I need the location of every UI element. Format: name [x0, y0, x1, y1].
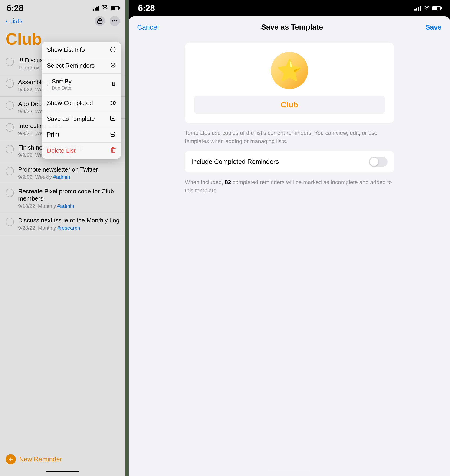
right-panel: 6:28 .right-panel .battery-icon::after {…: [129, 0, 450, 476]
include-completed-toggle[interactable]: [369, 157, 387, 167]
save-button[interactable]: Save: [425, 23, 442, 31]
svg-point-6: [112, 102, 114, 104]
toggle-description: When included, 82 completed reminders wi…: [185, 178, 394, 195]
status-icons-right: .right-panel .battery-icon::after { back…: [414, 5, 441, 11]
toggle-label: Include Completed Reminders: [191, 158, 279, 166]
time-right: 6:28: [138, 3, 155, 13]
modal-title: Save as Template: [261, 23, 323, 31]
info-icon: ⓘ: [110, 46, 116, 54]
svg-point-5: [110, 101, 115, 105]
svg-point-4: [111, 63, 115, 67]
menu-item-sort-by[interactable]: › Sort By Due Date ⇅: [42, 74, 121, 95]
template-icon: [110, 115, 116, 123]
home-indicator-right: [269, 470, 310, 471]
star-icon: ⭐: [277, 60, 302, 81]
star-icon-wrapper: ⭐: [271, 52, 308, 89]
modal-nav: Cancel Save as Template Save: [129, 16, 450, 38]
include-completed-row: Include Completed Reminders: [185, 151, 394, 173]
cancel-button[interactable]: Cancel: [137, 23, 159, 31]
sort-icon: ⇅: [111, 81, 116, 88]
dropdown-menu: Show List Info ⓘ Select Reminders › Sort…: [42, 42, 121, 159]
status-bar-right: 6:28 .right-panel .battery-icon::after {…: [129, 0, 450, 14]
checkmark-icon: [111, 63, 116, 69]
print-icon: [110, 131, 116, 138]
trash-icon: [111, 147, 116, 154]
signal-icon-right: [414, 6, 421, 11]
menu-item-delete-list[interactable]: Delete List: [42, 143, 121, 159]
save-as-template-modal: Cancel Save as Template Save ⭐ Templates…: [129, 16, 450, 476]
wifi-icon-right: [424, 5, 430, 11]
menu-item-save-as-template[interactable]: Save as Template: [42, 111, 121, 127]
svg-rect-10: [111, 149, 115, 153]
submenu-chevron-icon: ›: [47, 82, 48, 87]
left-panel: 6:28 ‹ Lists: [0, 0, 125, 476]
battery-icon-right: .right-panel .battery-icon::after { back…: [432, 6, 441, 10]
eye-icon: [110, 100, 116, 107]
menu-item-print[interactable]: Print: [42, 127, 121, 143]
toggle-knob: [370, 158, 378, 166]
panel-divider: [125, 0, 129, 476]
template-description: Templates use copies of the list's curre…: [185, 129, 394, 145]
menu-item-select-reminders[interactable]: Select Reminders: [42, 58, 121, 74]
template-card: ⭐: [185, 42, 394, 123]
menu-item-show-completed[interactable]: Show Completed: [42, 95, 121, 111]
modal-content: ⭐ Templates use copies of the list's cur…: [129, 38, 450, 259]
menu-item-show-list-info[interactable]: Show List Info ⓘ: [42, 42, 121, 58]
template-name-input[interactable]: [194, 95, 385, 114]
